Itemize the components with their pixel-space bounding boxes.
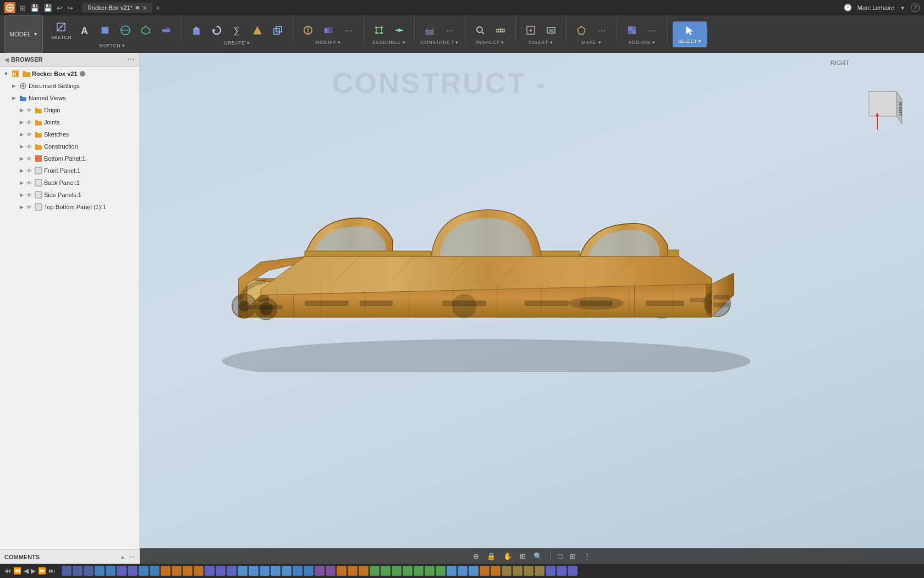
joints-eye[interactable]: 👁	[25, 118, 33, 126]
tree-item-construction[interactable]: ▶ 👁 Construction	[0, 140, 139, 152]
tl-item[interactable]	[359, 566, 369, 576]
tl-item[interactable]	[117, 566, 127, 576]
expand-doc-settings[interactable]: ▶	[10, 82, 18, 90]
tl-item[interactable]	[271, 566, 280, 576]
tl-item[interactable]	[535, 566, 544, 576]
tl-item[interactable]	[139, 566, 148, 576]
construct-more-btn[interactable]: ⋯	[440, 25, 460, 37]
tl-item[interactable]	[469, 566, 479, 576]
front-panel-eye[interactable]: 👁	[25, 167, 33, 175]
expand-origin[interactable]: ▶	[18, 106, 25, 114]
tl-item[interactable]	[238, 566, 248, 576]
tl-item[interactable]	[260, 566, 270, 576]
canvas-btn[interactable]	[541, 23, 561, 39]
section-analysis-btn[interactable]: ⊞	[568, 551, 578, 561]
sketches-eye[interactable]: 👁	[25, 130, 33, 138]
tl-item[interactable]	[568, 566, 578, 576]
tree-item-origin[interactable]: ▶ 👁 Origin	[0, 104, 139, 116]
tl-item[interactable]	[513, 566, 522, 576]
create-btn[interactable]	[186, 23, 206, 39]
mesh-btn[interactable]	[136, 23, 156, 39]
measure-btn[interactable]	[491, 23, 510, 39]
tree-item-root[interactable]: ▼ R Rocker Box v21	[0, 68, 139, 80]
tl-item[interactable]	[128, 566, 138, 576]
tree-item-sketches[interactable]: ▶ 👁 Sketches	[0, 128, 139, 140]
revolve-btn[interactable]	[207, 23, 227, 39]
tl-item[interactable]	[458, 566, 468, 576]
tl-item[interactable]	[557, 566, 566, 576]
tl-item[interactable]	[337, 566, 346, 576]
root-visibility-dot[interactable]	[80, 71, 85, 77]
play-btn[interactable]: ▶	[31, 567, 36, 575]
tl-item[interactable]	[106, 566, 116, 576]
tl-item[interactable]	[172, 566, 182, 576]
clone-btn[interactable]	[268, 23, 288, 39]
tl-item[interactable]	[249, 566, 258, 576]
make-btn[interactable]	[571, 23, 591, 39]
tl-item[interactable]	[161, 566, 170, 576]
expand-named-views[interactable]: ▶	[10, 94, 18, 102]
app-grid-icon[interactable]: ⊞	[20, 4, 26, 12]
tl-item[interactable]	[392, 566, 402, 576]
viewport[interactable]: CONSTRUCT - BACK RIGHT RIGHT	[140, 53, 924, 564]
pan-btn[interactable]: ✋	[501, 551, 514, 561]
comments-settings-btn[interactable]: ⋯	[129, 553, 135, 561]
display-mode-btn[interactable]: □	[556, 551, 565, 561]
assemble-btn[interactable]	[369, 23, 389, 39]
surface-btn[interactable]	[116, 23, 135, 39]
addins-more-btn[interactable]: ⋯	[642, 25, 662, 37]
expand-front-panel[interactable]: ▶	[18, 167, 25, 175]
tl-item[interactable]	[447, 566, 457, 576]
tl-item[interactable]	[227, 566, 237, 576]
tl-item[interactable]	[95, 566, 105, 576]
tl-item[interactable]	[491, 566, 501, 576]
tree-item-front-panel[interactable]: ▶ 👁 Front Panel:1	[0, 165, 139, 177]
sketch-create-btn[interactable]: SKETCH	[48, 20, 74, 42]
back-panel-eye[interactable]: 👁	[25, 179, 33, 187]
expand-top-bottom[interactable]: ▶	[18, 203, 25, 211]
tree-item-joints[interactable]: ▶ 👁 Joints	[0, 116, 139, 128]
solid-btn[interactable]	[95, 23, 115, 39]
browser-collapse-btn[interactable]: ◀	[4, 57, 9, 63]
bottom-panel-eye[interactable]: 👁	[25, 155, 33, 162]
sum-btn[interactable]: ∑	[227, 24, 247, 37]
construction-eye[interactable]: 👁	[25, 143, 33, 150]
tl-item[interactable]	[183, 566, 193, 576]
model-dropdown[interactable]: MODEL ▼	[4, 15, 43, 53]
origin-eye[interactable]: 👁	[25, 106, 33, 114]
expand-bottom-panel[interactable]: ▶	[18, 155, 25, 162]
help-button[interactable]: ?	[911, 3, 920, 12]
tl-item[interactable]	[480, 566, 490, 576]
tl-item[interactable]	[194, 566, 204, 576]
lock-btn[interactable]: 🔒	[485, 551, 498, 561]
new-tab-button[interactable]: +	[156, 3, 160, 12]
tl-item[interactable]	[348, 566, 358, 576]
step-forward-btn[interactable]: ⏩	[38, 567, 46, 575]
expand-construction[interactable]: ▶	[18, 143, 25, 150]
viewcube[interactable]: BACK RIGHT	[853, 86, 908, 141]
top-bottom-eye[interactable]: 👁	[25, 203, 33, 211]
comments-expand-btn[interactable]: ▲	[120, 554, 125, 560]
combine-btn[interactable]	[318, 23, 338, 39]
zoom-btn[interactable]: 🔍	[531, 551, 544, 561]
modify-btn[interactable]	[298, 23, 318, 39]
tl-item[interactable]	[84, 566, 94, 576]
tree-item-side-panels[interactable]: ▶ 👁 Side Panels:1	[0, 189, 139, 201]
expand-joints[interactable]: ▶	[18, 118, 25, 126]
origin-btn[interactable]: ⊕	[471, 551, 481, 561]
joint-btn[interactable]	[389, 23, 409, 39]
tl-item[interactable]	[403, 566, 413, 576]
side-panels-eye[interactable]: 👁	[25, 191, 33, 199]
skip-back-btn[interactable]: ⏮	[4, 567, 11, 575]
tl-item[interactable]	[381, 566, 391, 576]
save-button[interactable]: 💾	[43, 4, 52, 12]
tree-item-back-panel[interactable]: ▶ 👁 Back Panel:1	[0, 177, 139, 189]
tl-item[interactable]	[73, 566, 82, 576]
tl-item[interactable]	[546, 566, 556, 576]
make-more-btn[interactable]: ⋯	[592, 25, 612, 37]
step-back-btn[interactable]: ⏪	[13, 567, 21, 575]
tree-item-top-bottom[interactable]: ▶ 👁 Top Bottom Panel (1):1	[0, 201, 139, 213]
inspect-btn[interactable]	[470, 23, 490, 39]
tl-item[interactable]	[502, 566, 512, 576]
skip-forward-btn[interactable]: ⏭	[48, 567, 55, 575]
